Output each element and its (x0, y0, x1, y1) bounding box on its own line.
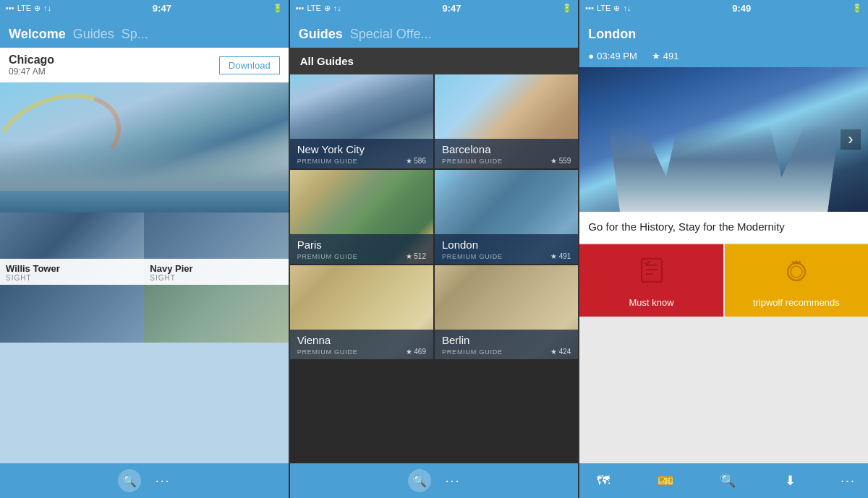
guide-nyc[interactable]: New York City PREMIUM GUIDE ★ 586 (290, 74, 433, 168)
paris-meta: PREMIUM GUIDE ★ 512 (297, 252, 426, 260)
nyc-tier: PREMIUM GUIDE (297, 158, 358, 165)
search-button-1[interactable]: 🔍 (118, 469, 141, 492)
city-name: Chicago (9, 53, 54, 66)
search-icon-2: 🔍 (412, 474, 427, 488)
status-right-3: 🔋 (852, 4, 862, 13)
city-time: 09:47 AM (9, 66, 54, 77)
nyc-overlay: New York City PREMIUM GUIDE ★ 586 (290, 139, 433, 168)
status-left-3: ▪▪▪ LTE ⊕ ↑↓ (585, 4, 631, 13)
phone1-content: Chicago 09:47 AM Download Willis Tower S… (0, 48, 289, 463)
guide-paris[interactable]: Paris PREMIUM GUIDE ★ 512 (290, 170, 433, 264)
lte-label-3: LTE (597, 4, 610, 12)
wifi-icon: ⊕ (34, 4, 41, 13)
nyc-meta: PREMIUM GUIDE ★ 586 (297, 157, 426, 165)
bluetooth-icon: ⊕ (613, 4, 620, 13)
checklist-icon (637, 256, 666, 291)
star-icon: ★ (652, 51, 660, 61)
svg-point-5 (791, 266, 802, 278)
phone-3: ▪▪▪ LTE ⊕ ↑↓ 9:49 🔋 London ● 03:49 PM ★ … (579, 0, 868, 498)
vienna-meta: PREMIUM GUIDE ★ 469 (297, 348, 426, 356)
chicago-thumb-4[interactable] (144, 285, 288, 343)
tab-special-offers[interactable]: Special Offe... (350, 27, 439, 48)
status-left-2: ▪▪▪ LTE ⊕ ↑↓ (296, 4, 341, 13)
chicago-header: Chicago 09:47 AM Download (0, 48, 289, 82)
guide-berlin[interactable]: Berlin PREMIUM GUIDE ★ 424 (435, 265, 578, 359)
hero-next-arrow[interactable]: › (841, 129, 861, 150)
tab-london[interactable]: London (588, 27, 643, 48)
status-right-1: 🔋 (273, 4, 283, 13)
nav-tabs-1: Welcome Guides Sp... (0, 16, 289, 48)
barcelona-overlay: Barcelona PREMIUM GUIDE ★ 559 (435, 139, 578, 168)
search-icon-1: 🔍 (122, 474, 137, 488)
ticket-icon: 🎫 (658, 473, 673, 489)
chicago-water (0, 191, 289, 212)
more-button-2[interactable]: ··· (446, 473, 461, 489)
chicago-thumb-3[interactable] (0, 285, 144, 343)
guides-grid: New York City PREMIUM GUIDE ★ 586 Barcel… (290, 74, 579, 359)
london-overlay: London PREMIUM GUIDE ★ 491 (435, 234, 578, 264)
tab-special-1[interactable]: Sp... (122, 27, 156, 48)
guide-barcelona[interactable]: Barcelona PREMIUM GUIDE ★ 559 (435, 74, 578, 168)
guide-vienna[interactable]: Vienna PREMIUM GUIDE ★ 469 (290, 265, 433, 359)
barcelona-meta: PREMIUM GUIDE ★ 559 (442, 157, 571, 165)
vienna-tier: PREMIUM GUIDE (297, 348, 358, 356)
must-know-label: Must know (629, 297, 673, 308)
tab-guides-1[interactable]: Guides (73, 27, 122, 48)
phone3-content: › Go for the History, Stay for the Moder… (579, 67, 868, 463)
chicago-image-4 (144, 285, 288, 343)
berlin-tier: PREMIUM GUIDE (442, 348, 503, 356)
london-hero-image[interactable]: › (579, 67, 868, 212)
download-button[interactable]: Download (219, 56, 280, 74)
tripwolf-label: tripwolf recommends (753, 297, 840, 308)
battery-icon-2: 🔋 (562, 4, 572, 13)
tripwolf-recommends-card[interactable]: tripwolf recommends (725, 244, 868, 317)
vienna-overlay: Vienna PREMIUM GUIDE ★ 469 (290, 330, 433, 359)
barcelona-rating: ★ 559 (550, 157, 571, 165)
nav-tabs-3: London (579, 16, 868, 48)
london-action-cards: Must know tripwolf recommends (579, 244, 868, 317)
tab-welcome[interactable]: Welcome (9, 27, 73, 48)
barcelona-tier: PREMIUM GUIDE (442, 158, 503, 165)
guide-london[interactable]: London PREMIUM GUIDE ★ 491 (435, 170, 578, 264)
ticket-button[interactable]: 🎫 (654, 469, 677, 492)
paris-name: Paris (297, 239, 426, 251)
status-bar-1: ▪▪▪ LTE ⊕ ↑↓ 9:47 🔋 (0, 0, 289, 16)
must-know-card[interactable]: Must know (579, 244, 723, 317)
nyc-name: New York City (297, 143, 426, 155)
navy-pier-thumb[interactable]: Navy Pier SIGHT (144, 212, 288, 285)
status-bar-3: ▪▪▪ LTE ⊕ ↑↓ 9:49 🔋 (579, 0, 868, 16)
phone2-content: All Guides New York City PREMIUM GUIDE ★… (290, 48, 579, 463)
status-left-1: ▪▪▪ LTE ⊕ ↑↓ (6, 4, 51, 13)
status-right-2: 🔋 (562, 4, 572, 13)
sight-type-1: SIGHT (6, 274, 138, 282)
lte-label-2: LTE (307, 4, 320, 12)
london-rating-value: 491 (663, 51, 679, 61)
more-button-3[interactable]: ··· (841, 473, 856, 489)
paris-rating: ★ 512 (406, 252, 426, 260)
search-button-2[interactable]: 🔍 (408, 469, 431, 492)
status-time-1: 9:47 (153, 3, 171, 14)
download-button-3[interactable]: ⬇ (778, 469, 801, 492)
medal-icon (782, 256, 811, 291)
willis-tower-thumb[interactable]: Willis Tower SIGHT (0, 212, 144, 285)
signal2-icon-2: ↑↓ (333, 4, 341, 12)
status-time-2: 9:47 (443, 3, 461, 14)
lte-label: LTE (17, 4, 31, 12)
download-icon: ⬇ (785, 473, 796, 489)
london-rating-display: ★ 491 (652, 51, 679, 61)
navy-pier-label: Navy Pier SIGHT (144, 259, 288, 285)
paris-tier: PREMIUM GUIDE (297, 253, 358, 260)
more-button-1[interactable]: ··· (156, 473, 171, 489)
chicago-bottom-thumbs (0, 285, 289, 343)
tab-guides-active[interactable]: Guides (299, 27, 350, 48)
search-button-3[interactable]: 🔍 (716, 469, 739, 492)
signal2-icon-3: ↑↓ (623, 4, 631, 12)
barcelona-name: Barcelona (442, 143, 571, 155)
map-button[interactable]: 🗺 (592, 469, 615, 492)
bottom-bar-3: 🗺 🎫 🔍 ⬇ ··· (579, 463, 868, 498)
vienna-rating: ★ 469 (406, 348, 426, 356)
phone-2: ▪▪▪ LTE ⊕ ↑↓ 9:47 🔋 Guides Special Offe.… (290, 0, 579, 498)
london-tier: PREMIUM GUIDE (442, 253, 503, 260)
london-guide-name: London (442, 239, 571, 251)
berlin-name: Berlin (442, 334, 571, 346)
